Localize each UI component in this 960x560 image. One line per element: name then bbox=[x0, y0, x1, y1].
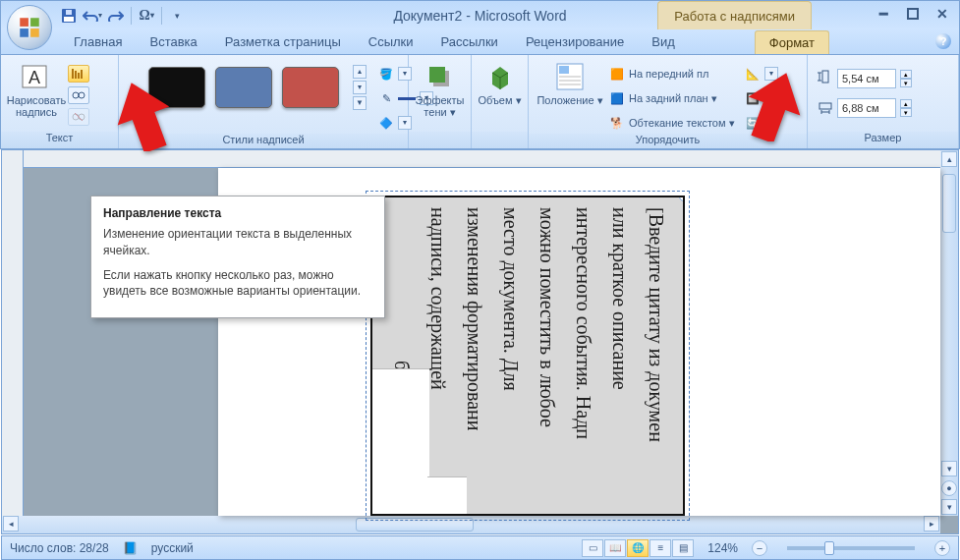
scroll-right-icon[interactable]: ▸ bbox=[924, 516, 939, 532]
bring-front-label: На передний пл bbox=[629, 68, 708, 80]
width-down[interactable]: ▾ bbox=[900, 108, 912, 117]
paint-bucket-icon: 🪣 bbox=[378, 66, 394, 82]
textbox-line-4: место документа. Для bbox=[499, 207, 522, 514]
scroll-up-icon[interactable]: ▴ bbox=[941, 151, 957, 167]
hscroll-thumb[interactable] bbox=[356, 518, 474, 532]
svg-marker-27 bbox=[747, 71, 802, 141]
bring-to-front-button[interactable]: 🟧На передний пл bbox=[609, 63, 735, 84]
status-word-count[interactable]: Число слов: 28/28 bbox=[10, 541, 109, 555]
send-to-back-button[interactable]: 🟦На задний план ▾ bbox=[609, 87, 735, 109]
view-draft[interactable]: ▤ bbox=[672, 539, 694, 557]
pen-icon: ✎ bbox=[378, 90, 394, 106]
vertical-scrollbar[interactable]: ▴ ▾ ● ▾ bbox=[940, 150, 958, 516]
vscroll-thumb[interactable] bbox=[942, 174, 956, 233]
help-icon[interactable]: ? bbox=[935, 33, 951, 49]
tooltip-body-1: Изменение ориентации текста в выделенных… bbox=[103, 226, 372, 259]
tab-page-layout[interactable]: Разметка страницы bbox=[211, 30, 355, 54]
3d-effects-label: Объем ▾ bbox=[478, 94, 521, 107]
zoom-in-button[interactable]: + bbox=[934, 540, 950, 556]
svg-rect-24 bbox=[822, 71, 828, 83]
tooltip-text-direction: Направление текста Изменение ориентации … bbox=[90, 196, 385, 318]
horizontal-scrollbar[interactable]: ◂ ▸ bbox=[2, 516, 940, 533]
width-value[interactable]: 6,88 см bbox=[837, 98, 896, 118]
close-icon[interactable]: ✕ bbox=[932, 4, 953, 24]
window-title: Документ2 - Microsoft Word bbox=[393, 8, 566, 24]
view-print-layout[interactable]: ▭ bbox=[582, 539, 603, 557]
view-web-layout[interactable]: 🌐 bbox=[627, 539, 649, 557]
view-outline[interactable]: ≡ bbox=[649, 539, 671, 557]
style-swatch-2[interactable] bbox=[215, 67, 272, 108]
shadow-effects-button[interactable]: Эффекты тени ▾ bbox=[415, 59, 465, 119]
minimize-icon[interactable]: ━ bbox=[873, 4, 894, 24]
svg-rect-2 bbox=[20, 28, 28, 37]
view-full-reading[interactable]: 📖 bbox=[604, 539, 626, 557]
text-direction-button[interactable] bbox=[68, 65, 89, 83]
draw-textbox-button[interactable]: A Нарисовать надпись bbox=[7, 59, 66, 118]
status-language[interactable]: русский bbox=[151, 541, 194, 555]
textbox-object[interactable]: [Введите цитату из докумен или краткое о… bbox=[370, 196, 685, 516]
svg-rect-7 bbox=[908, 9, 918, 19]
tab-insert[interactable]: Вставка bbox=[136, 30, 210, 54]
zoom-slider-thumb[interactable] bbox=[824, 541, 834, 555]
create-link-button[interactable] bbox=[68, 86, 89, 104]
svg-point-10 bbox=[73, 92, 79, 98]
3d-group-label bbox=[472, 132, 528, 148]
gallery-up-icon[interactable]: ▴ bbox=[353, 65, 367, 79]
shadow-icon bbox=[424, 61, 456, 92]
maximize-icon[interactable] bbox=[902, 4, 924, 24]
tab-review[interactable]: Рецензирование bbox=[512, 30, 638, 54]
proofing-icon[interactable]: 📘 bbox=[123, 541, 138, 555]
width-up[interactable]: ▴ bbox=[900, 99, 912, 108]
browse-prev-icon[interactable]: ● bbox=[941, 480, 957, 496]
qat-save-icon[interactable] bbox=[58, 5, 80, 27]
office-button[interactable] bbox=[7, 5, 52, 50]
svg-rect-0 bbox=[20, 18, 28, 27]
break-link-button[interactable] bbox=[68, 108, 89, 126]
tab-references[interactable]: Ссылки bbox=[355, 30, 427, 54]
ribbon-tabs: Главная Вставка Разметка страницы Ссылки… bbox=[0, 29, 960, 55]
wrap-icon: 🐕 bbox=[609, 115, 625, 131]
view-mode-buttons: ▭ 📖 🌐 ≡ ▤ bbox=[582, 539, 694, 557]
3d-effects-button[interactable]: Объем ▾ bbox=[478, 59, 522, 107]
bring-front-icon: 🟧 bbox=[609, 66, 625, 82]
scroll-down-icon[interactable]: ▾ bbox=[941, 461, 957, 476]
tab-view[interactable]: Вид bbox=[638, 30, 689, 54]
scroll-left-icon[interactable]: ◂ bbox=[3, 516, 19, 532]
textbox-line-6: надписи, содержащей bbox=[426, 207, 449, 514]
position-icon bbox=[554, 61, 586, 92]
height-icon bbox=[818, 69, 833, 88]
text-wrapping-button[interactable]: 🐕Обтекание текстом ▾ bbox=[609, 112, 735, 134]
wrap-label: Обтекание текстом ▾ bbox=[629, 117, 735, 130]
textbox-line-0: [Введите цитату из докумен bbox=[645, 207, 667, 514]
zoom-slider[interactable] bbox=[787, 546, 915, 550]
textbox-a-icon: A bbox=[21, 61, 52, 92]
qat-redo-icon[interactable] bbox=[105, 5, 127, 27]
height-up[interactable]: ▴ bbox=[900, 70, 912, 79]
tab-home[interactable]: Главная bbox=[60, 30, 136, 54]
qat-separator-2 bbox=[161, 7, 162, 25]
qat-customize-icon[interactable]: ▾ bbox=[166, 5, 188, 27]
qat-omega-icon[interactable]: Ω▾ bbox=[136, 5, 157, 27]
height-down[interactable]: ▾ bbox=[900, 79, 912, 87]
textbox-tools-title: Работа с надписями bbox=[657, 1, 812, 30]
tab-format[interactable]: Формат bbox=[755, 30, 829, 54]
send-back-label: На задний план ▾ bbox=[629, 92, 717, 105]
qat-undo-icon[interactable]: ▾ bbox=[82, 5, 103, 27]
gallery-down-icon[interactable]: ▾ bbox=[353, 81, 367, 94]
height-input[interactable]: 5,54 см ▴▾ bbox=[818, 69, 912, 88]
gallery-more-icon[interactable]: ▼ bbox=[353, 96, 367, 110]
svg-rect-3 bbox=[30, 28, 39, 37]
vertical-ruler[interactable] bbox=[2, 150, 24, 516]
style-swatch-3[interactable] bbox=[282, 67, 339, 108]
width-input[interactable]: 6,88 см ▴▾ bbox=[818, 98, 912, 118]
height-value[interactable]: 5,54 см bbox=[837, 69, 896, 88]
browse-next-icon[interactable]: ▾ bbox=[941, 499, 957, 515]
position-button[interactable]: Положение ▾ bbox=[535, 59, 605, 107]
zoom-percent[interactable]: 124% bbox=[707, 541, 738, 555]
svg-rect-16 bbox=[429, 67, 445, 83]
tab-mailings[interactable]: Рассылки bbox=[427, 30, 512, 54]
document-workspace[interactable]: ▴ ▾ ● ▾ ◂ ▸ [Введите цитату из докумен и… bbox=[1, 149, 959, 534]
text-group-label: Текст bbox=[1, 132, 118, 148]
zoom-out-button[interactable]: − bbox=[752, 540, 767, 556]
svg-marker-26 bbox=[116, 81, 171, 151]
